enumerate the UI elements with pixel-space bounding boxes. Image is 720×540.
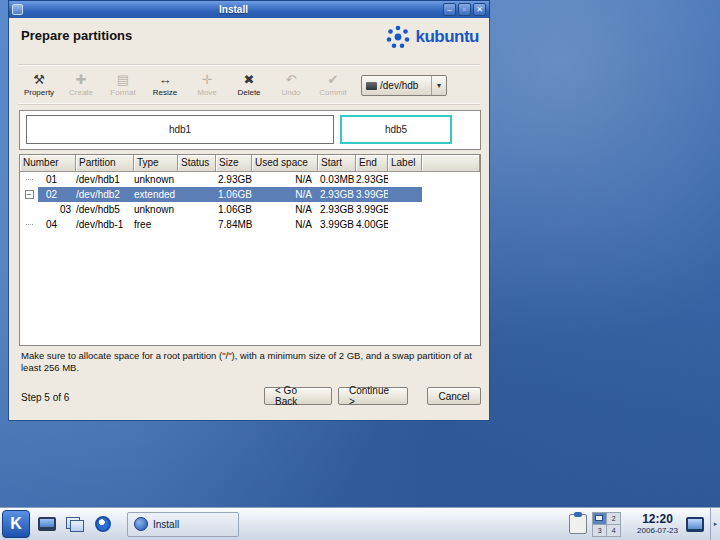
partition-segment-hdb5[interactable]: hdb5 (340, 115, 452, 144)
property-button[interactable]: ⚒ Property (18, 67, 60, 103)
titlebar[interactable]: Install – ▫ ✕ (8, 0, 490, 18)
wrench-icon: ⚒ (33, 73, 45, 87)
close-button[interactable]: ✕ (473, 3, 486, 16)
kubuntu-logo-text: kubuntu (415, 27, 479, 47)
display-tray-icon[interactable] (686, 517, 704, 532)
task-label: Install (153, 519, 179, 530)
step-indicator: Step 5 of 6 (21, 392, 69, 403)
help-launcher[interactable] (91, 512, 115, 536)
column-header-type[interactable]: Type (134, 155, 178, 172)
desktop-pager[interactable]: 2 3 4 (592, 512, 621, 537)
device-dropdown[interactable]: /dev/hdb ▾ (361, 75, 447, 96)
column-header-size[interactable]: Size (216, 155, 252, 172)
resize-button[interactable]: ↔ Resize (144, 67, 186, 103)
move-button: ✛ Move (186, 67, 228, 103)
minimize-button[interactable]: – (443, 3, 456, 16)
column-header-filler (422, 155, 480, 172)
column-header-partition[interactable]: Partition (76, 155, 134, 172)
clock-date: 2006-07-23 (637, 526, 678, 535)
column-header-end[interactable]: End (356, 155, 388, 172)
partition-segment-hdb1[interactable]: hdb1 (26, 115, 334, 144)
k-menu-button[interactable]: K (2, 510, 30, 538)
pager-desktop-3[interactable]: 3 (593, 525, 606, 536)
toolbar: ⚒ Property ✚ Create ▤ Format ↔ Resize ✛ (18, 64, 480, 105)
allocation-note: Make sure to allocate space for a root p… (21, 350, 473, 375)
column-header-used-space[interactable]: Used space (252, 155, 318, 172)
tree-branch-icon (20, 202, 38, 217)
table-row-hdb1[interactable]: 01 /dev/hdb1 unknown 2.93GB N/A 0.03MB 2… (20, 172, 480, 187)
kubuntu-logo-icon (384, 23, 412, 51)
partition-bar: hdb1 hdb5 (19, 110, 481, 150)
delete-icon: ✖ (244, 73, 255, 87)
taskbar: K Install 2 3 4 12:20 2006-07-23 (0, 507, 720, 540)
commit-button: ✔ Commit (312, 67, 354, 103)
system-launcher[interactable] (35, 512, 59, 536)
clock[interactable]: 12:20 2006-07-23 (637, 513, 678, 535)
table-row-hdb5[interactable]: 03 /dev/hdb5 unknown 1.06GB N/A 2.93GB 3… (20, 202, 480, 217)
collapse-expander-icon[interactable]: − (25, 190, 34, 199)
format-icon: ▤ (117, 73, 129, 87)
undo-button: ↶ Undo (270, 67, 312, 103)
window-icon (12, 4, 23, 15)
maximize-button[interactable]: ▫ (458, 3, 471, 16)
cancel-button[interactable]: Cancel (427, 387, 481, 405)
table-row-free-space[interactable]: 04 /dev/hdb-1 free 7.84MB N/A 3.99GB 4.0… (20, 217, 480, 232)
partition-table: Number Partition Type Status Size Used s… (19, 154, 481, 346)
tree-branch-icon (20, 172, 38, 187)
install-window: Install – ▫ ✕ Prepare partitions kubuntu (8, 0, 490, 421)
hard-drive-icon (366, 82, 377, 90)
window-body: Prepare partitions kubuntu ⚒ (8, 18, 490, 421)
column-header-start[interactable]: Start (318, 155, 356, 172)
pager-desktop-4[interactable]: 4 (607, 525, 620, 536)
move-cross-icon: ✛ (202, 73, 213, 87)
desktop: Install – ▫ ✕ Prepare partitions kubuntu (0, 0, 720, 540)
chevron-down-icon[interactable]: ▾ (431, 76, 446, 95)
life-ring-icon (95, 516, 111, 532)
format-button: ▤ Format (102, 67, 144, 103)
windows-icon (66, 517, 84, 532)
pager-desktop-2[interactable]: 2 (607, 513, 620, 524)
page-title: Prepare partitions (21, 28, 132, 43)
clipboard-icon[interactable] (569, 514, 587, 534)
install-app-icon (134, 517, 148, 531)
kubuntu-logo: kubuntu (384, 23, 479, 51)
column-header-status[interactable]: Status (178, 155, 216, 172)
window-title: Install (26, 4, 441, 15)
resize-arrows-icon: ↔ (159, 73, 172, 87)
monitor-icon (38, 517, 56, 531)
continue-button[interactable]: Continue > (338, 387, 408, 405)
pager-desktop-1[interactable] (593, 513, 606, 524)
checkmark-icon: ✔ (328, 73, 339, 87)
table-row-hdb2-selected[interactable]: − 02 /dev/hdb2 extended 1.06GB N/A 2.93G… (20, 187, 480, 202)
column-header-number[interactable]: Number (20, 155, 76, 172)
system-tray: 2 3 4 12:20 2006-07-23 ▸ (569, 508, 720, 540)
go-back-button[interactable]: < Go Back (264, 387, 332, 405)
panel-hide-arrow[interactable]: ▸ (710, 508, 720, 540)
delete-button[interactable]: ✖ Delete (228, 67, 270, 103)
device-dropdown-value: /dev/hdb (380, 80, 431, 91)
create-button: ✚ Create (60, 67, 102, 103)
plus-icon: ✚ (76, 73, 87, 87)
tree-branch-icon (20, 217, 38, 232)
show-desktop-launcher[interactable] (63, 512, 87, 536)
undo-arrow-icon: ↶ (286, 73, 297, 87)
clock-time: 12:20 (642, 513, 673, 526)
table-header: Number Partition Type Status Size Used s… (20, 155, 480, 172)
taskbar-task-install[interactable]: Install (127, 512, 239, 537)
column-header-label[interactable]: Label (388, 155, 422, 172)
